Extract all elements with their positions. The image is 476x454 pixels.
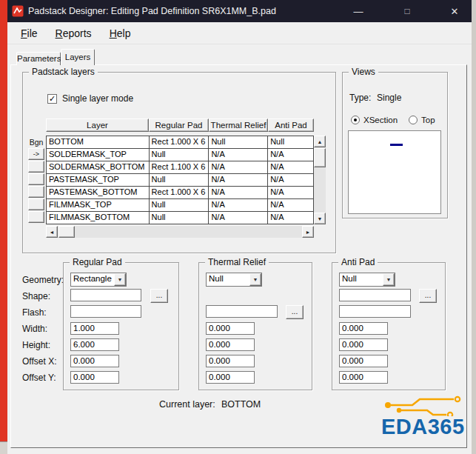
thermal-relief-width-field[interactable]: 0.000: [206, 322, 255, 335]
anti-pad-shape-browse-button[interactable]: ...: [419, 289, 437, 303]
row-select-button-current[interactable]: ->: [28, 148, 44, 160]
width-row-label: Width:: [22, 324, 47, 334]
cell-thermal-relief[interactable]: N/A: [209, 199, 268, 212]
height-row-label: Height:: [22, 340, 50, 350]
row-select-button[interactable]: [28, 173, 44, 185]
anti-pad-height-field[interactable]: 0.000: [339, 338, 388, 351]
cell-regular-pad[interactable]: Rect 1.000 X 6: [150, 187, 209, 199]
regular-pad-width-field[interactable]: 1.000: [70, 322, 119, 335]
row-select-button[interactable]: [28, 211, 44, 223]
scroll-up-icon[interactable]: ▲: [314, 136, 326, 147]
cell-regular-pad[interactable]: Null: [150, 174, 209, 187]
column-header-thermal-relief[interactable]: Thermal Relief: [209, 118, 268, 132]
cell-layer[interactable]: BOTTOM: [47, 136, 150, 149]
thermal-relief-offset-y-field[interactable]: 0.000: [206, 371, 255, 384]
offset-x-row-label: Offset X:: [22, 356, 56, 367]
chevron-down-icon[interactable]: ▼: [249, 273, 261, 286]
cell-layer[interactable]: FILMMASK_BOTTOM: [47, 212, 150, 224]
cell-thermal-relief[interactable]: Null: [209, 136, 268, 149]
table-row: SOLDERMASK_TOP Null N/A N/A: [47, 149, 314, 161]
cell-regular-pad[interactable]: Rect 1.100 X 6: [150, 161, 209, 174]
anti-pad-offset-x-field[interactable]: 0.000: [339, 355, 388, 367]
thermal-relief-flash-field[interactable]: [206, 305, 278, 318]
column-header-regular-pad[interactable]: Regular Pad: [149, 118, 209, 132]
menu-help[interactable]: Help: [105, 25, 135, 41]
table-row: PASTEMASK_BOTTOM Rect 1.000 X 6 N/A N/A: [47, 187, 314, 199]
screen: Padstack Designer: Editing Pad Definitio…: [0, 0, 476, 454]
background-window-right-edge: [472, 0, 476, 454]
minimize-button[interactable]: —: [342, 0, 375, 22]
cell-anti-pad[interactable]: N/A: [268, 199, 314, 212]
column-header-layer[interactable]: Layer: [46, 118, 149, 132]
cell-thermal-relief[interactable]: N/A: [209, 187, 268, 199]
vertical-scroll-thumb[interactable]: [314, 148, 326, 167]
thermal-relief-browse-button[interactable]: ...: [286, 305, 304, 319]
anti-pad-offset-y-field[interactable]: 0.000: [339, 371, 388, 384]
xsection-radio-label: XSection: [363, 116, 398, 124]
table-horizontal-scrollbar[interactable]: ◄ ►: [46, 226, 314, 238]
anti-pad-flash-field[interactable]: [339, 305, 411, 318]
menu-reports[interactable]: Reports: [51, 25, 96, 41]
regular-pad-geometry-combo[interactable]: Rectangle ▼: [70, 273, 127, 287]
tab-layers[interactable]: Layers: [61, 49, 95, 65]
menubar: File Reports Help: [7, 22, 472, 44]
regular-pad-flash-field[interactable]: [70, 305, 141, 318]
tab-parameters[interactable]: Parameters: [16, 52, 61, 65]
window-title: Padstack Designer: Editing Pad Definitio…: [28, 0, 276, 22]
top-radio[interactable]: [409, 116, 418, 124]
cell-layer[interactable]: SOLDERMASK_TOP: [47, 149, 150, 161]
scroll-left-icon[interactable]: ◄: [46, 226, 58, 238]
regular-pad-shape-field[interactable]: [70, 289, 141, 301]
regular-pad-group-label: Regular Pad: [70, 257, 125, 267]
single-layer-mode-checkbox[interactable]: ✓: [47, 94, 57, 104]
cell-anti-pad[interactable]: N/A: [268, 174, 314, 187]
cell-layer[interactable]: SOLDERMASK_BOTTOM: [47, 161, 150, 174]
thermal-relief-offset-x-field[interactable]: 0.000: [206, 355, 255, 367]
table-row: PASTEMASK_TOP Null N/A N/A: [47, 174, 314, 187]
cell-regular-pad[interactable]: Null: [150, 199, 209, 212]
thermal-relief-height-field[interactable]: 0.000: [206, 338, 255, 351]
scroll-right-icon[interactable]: ►: [302, 226, 314, 238]
anti-pad-group-label: Anti Pad: [338, 257, 378, 267]
cell-anti-pad[interactable]: Null: [268, 136, 314, 149]
cell-thermal-relief[interactable]: N/A: [209, 161, 268, 174]
anti-pad-width-field[interactable]: 0.000: [339, 322, 388, 335]
column-header-anti-pad[interactable]: Anti Pad: [268, 118, 314, 132]
anti-pad-geometry-combo[interactable]: Null ▼: [339, 273, 395, 287]
chevron-down-icon[interactable]: ▼: [114, 273, 126, 286]
cell-anti-pad[interactable]: N/A: [268, 149, 314, 161]
cell-anti-pad[interactable]: N/A: [268, 187, 314, 199]
scroll-down-icon[interactable]: ▼: [314, 213, 326, 224]
cell-thermal-relief[interactable]: N/A: [209, 212, 268, 224]
thermal-relief-geometry-combo[interactable]: Null ▼: [206, 273, 262, 287]
regular-pad-shape-browse-button[interactable]: ...: [150, 289, 168, 303]
maximize-button[interactable]: □: [391, 0, 423, 22]
horizontal-scroll-thumb[interactable]: [58, 226, 75, 238]
cell-regular-pad[interactable]: Rect 1.000 X 6: [150, 136, 209, 149]
row-select-button[interactable]: [28, 161, 44, 173]
row-select-button[interactable]: [28, 186, 44, 198]
cell-layer[interactable]: PASTEMASK_TOP: [47, 174, 150, 187]
thermal-relief-group-label: Thermal Relief: [205, 257, 269, 267]
xsection-radio[interactable]: [351, 116, 360, 124]
row-select-button[interactable]: [28, 198, 44, 210]
regular-pad-offset-x-field[interactable]: 0.000: [70, 355, 119, 367]
chevron-down-icon[interactable]: ▼: [383, 273, 395, 286]
anti-pad-shape-field[interactable]: [339, 289, 411, 301]
cell-anti-pad[interactable]: N/A: [268, 212, 314, 224]
menu-file[interactable]: File: [16, 25, 42, 41]
close-button[interactable]: ✕: [438, 0, 471, 22]
table-vertical-scrollbar[interactable]: ▲ ▼: [314, 136, 326, 224]
cell-regular-pad[interactable]: Null: [150, 212, 209, 224]
cell-thermal-relief[interactable]: N/A: [209, 174, 268, 187]
cell-layer[interactable]: PASTEMASK_BOTTOM: [47, 187, 150, 199]
cell-layer[interactable]: FILMMASK_TOP: [47, 199, 150, 212]
regular-pad-height-field[interactable]: 6.000: [70, 338, 119, 351]
anti-pad-geometry-value: Null: [342, 274, 357, 283]
background-window-left-edge: [0, 0, 7, 441]
current-layer-value: BOTTOM: [221, 399, 261, 410]
cell-anti-pad[interactable]: N/A: [268, 161, 314, 174]
regular-pad-offset-y-field[interactable]: 0.000: [70, 371, 119, 384]
cell-regular-pad[interactable]: Null: [150, 149, 209, 161]
cell-thermal-relief[interactable]: N/A: [209, 149, 268, 161]
